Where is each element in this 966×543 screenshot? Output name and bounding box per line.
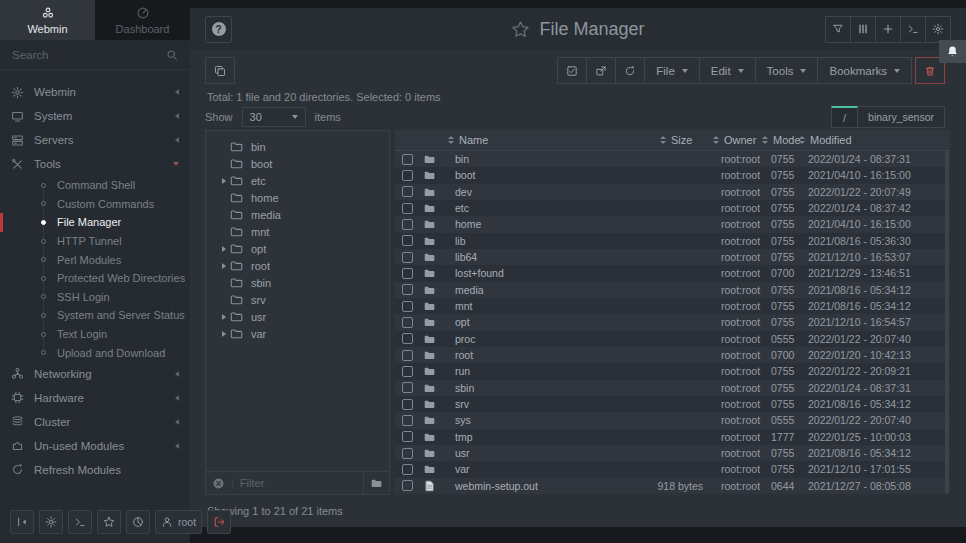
table-row-boot[interactable]: bootroot:root07552021/04/10 - 16:15:00	[395, 167, 950, 183]
chevron-right-icon[interactable]	[222, 178, 226, 184]
menu-file[interactable]: File	[644, 57, 700, 84]
tree-item-bin[interactable]: bin	[206, 138, 389, 155]
column-header-size[interactable]: Size	[660, 130, 692, 150]
settings-button[interactable]	[925, 16, 951, 43]
theme-toggle-button[interactable]	[39, 510, 63, 534]
table-row-etc[interactable]: etcroot:root07552022/01/24 - 08:37:42	[395, 200, 950, 216]
file-name[interactable]: srv	[455, 396, 469, 412]
sidebar-item-refresh-modules[interactable]: Refresh Modules	[0, 458, 190, 482]
table-row-media[interactable]: mediaroot:root07552021/08/16 - 05:34:12	[395, 282, 950, 298]
logout-button[interactable]	[207, 510, 231, 534]
breadcrumb-current[interactable]: binary_sensor	[858, 106, 945, 128]
table-row-lib[interactable]: libroot:root07552021/08/16 - 05:36:30	[395, 233, 950, 249]
tree-item-etc[interactable]: etc	[206, 172, 389, 189]
tree-filter-input[interactable]	[240, 477, 357, 489]
paste-buffer-button[interactable]	[205, 57, 235, 84]
refresh-button[interactable]	[615, 57, 645, 84]
favorites-button[interactable]	[97, 510, 121, 534]
sidebar-item-file-manager[interactable]: File Manager	[0, 213, 190, 232]
column-header-mode[interactable]: Mode	[762, 130, 801, 150]
row-checkbox[interactable]	[402, 317, 413, 328]
user-button[interactable]: root	[155, 510, 202, 534]
sidebar-item-un-used-modules[interactable]: Un-used Modules	[0, 434, 190, 458]
table-row-usr[interactable]: usrroot:root07552021/08/16 - 05:34:12	[395, 445, 950, 461]
sidebar-item-custom-commands[interactable]: Custom Commands	[0, 195, 190, 214]
tree-folder-button[interactable]	[363, 472, 383, 494]
stats-button[interactable]	[126, 510, 150, 534]
file-name[interactable]: var	[455, 461, 470, 477]
row-checkbox[interactable]	[402, 464, 413, 475]
file-name[interactable]: home	[455, 216, 481, 232]
sidebar-item-ssh-login[interactable]: SSH Login	[0, 288, 190, 307]
table-row-sbin[interactable]: sbinroot:root07552022/01/24 - 08:37:31	[395, 380, 950, 396]
table-row-tmp[interactable]: tmproot:root17772022/01/25 - 10:00:03	[395, 429, 950, 445]
terminal-button[interactable]	[68, 510, 92, 534]
clear-filter-icon[interactable]	[212, 477, 225, 490]
file-name[interactable]: etc	[455, 200, 469, 216]
sidebar-item-command-shell[interactable]: Command Shell	[0, 176, 190, 195]
table-scrollbar[interactable]	[945, 151, 949, 494]
search-input[interactable]	[12, 49, 166, 61]
column-header-name[interactable]: Name	[448, 130, 488, 150]
table-row-lib64[interactable]: lib64root:root07552021/12/10 - 16:53:07	[395, 249, 950, 265]
sidebar-item-system[interactable]: System	[0, 104, 190, 128]
row-checkbox[interactable]	[402, 186, 413, 197]
row-checkbox[interactable]	[402, 431, 413, 442]
select-all-button[interactable]	[557, 57, 587, 84]
row-checkbox[interactable]	[402, 284, 413, 295]
tab-dashboard[interactable]: Dashboard	[95, 0, 190, 40]
column-header-owner[interactable]: Owner	[713, 130, 756, 150]
help-button[interactable]: ?	[205, 16, 232, 43]
file-name[interactable]: media	[455, 282, 484, 298]
terminal-button[interactable]	[900, 16, 926, 43]
table-row-mnt[interactable]: mntroot:root07552021/08/16 - 05:34:12	[395, 298, 950, 314]
row-checkbox[interactable]	[402, 252, 413, 263]
chevron-right-icon[interactable]	[222, 246, 226, 252]
tab-webmin[interactable]: Webmin	[0, 0, 95, 40]
favorite-star-icon[interactable]	[511, 20, 530, 39]
row-checkbox[interactable]	[402, 170, 413, 181]
table-row-opt[interactable]: optroot:root07552021/12/10 - 16:54:57	[395, 314, 950, 330]
file-name[interactable]: tmp	[455, 429, 473, 445]
tree-item-media[interactable]: media	[206, 206, 389, 223]
tree-item-srv[interactable]: srv	[206, 291, 389, 308]
table-row-root[interactable]: rootroot:root07002022/01/20 - 10:42:13	[395, 347, 950, 363]
table-row-lost-found[interactable]: lost+foundroot:root07002021/12/29 - 13:4…	[395, 265, 950, 281]
file-name[interactable]: boot	[455, 167, 475, 183]
tree-item-opt[interactable]: opt	[206, 240, 389, 257]
file-name[interactable]: usr	[455, 445, 470, 461]
row-checkbox[interactable]	[402, 480, 413, 491]
row-checkbox[interactable]	[402, 203, 413, 214]
filter-button[interactable]	[825, 16, 851, 43]
tree-item-var[interactable]: var	[206, 325, 389, 342]
row-checkbox[interactable]	[402, 301, 413, 312]
sidebar-item-text-login[interactable]: Text Login	[0, 325, 190, 344]
add-button[interactable]	[875, 16, 901, 43]
file-name[interactable]: sbin	[455, 380, 474, 396]
tree-item-boot[interactable]: boot	[206, 155, 389, 172]
chevron-right-icon[interactable]	[222, 314, 226, 320]
row-checkbox[interactable]	[402, 448, 413, 459]
row-checkbox[interactable]	[402, 235, 413, 246]
tree-item-sbin[interactable]: sbin	[206, 274, 389, 291]
row-checkbox[interactable]	[402, 350, 413, 361]
tree-item-mnt[interactable]: mnt	[206, 223, 389, 240]
file-name[interactable]: mnt	[455, 298, 473, 314]
menu-tools[interactable]: Tools	[755, 57, 819, 84]
sidebar-item-networking[interactable]: Networking	[0, 362, 190, 386]
table-row-bin[interactable]: binroot:root07552022/01/24 - 08:37:31	[395, 151, 950, 167]
file-name[interactable]: dev	[455, 184, 472, 200]
menu-edit[interactable]: Edit	[699, 57, 756, 84]
file-name[interactable]: lost+found	[455, 265, 504, 281]
sidebar-item-tools[interactable]: Tools	[0, 152, 190, 176]
sidebar-item-hardware[interactable]: Hardware	[0, 386, 190, 410]
table-row-webmin-setup-out[interactable]: webmin-setup.out918 bytesroot:root064420…	[395, 478, 950, 494]
file-name[interactable]: proc	[455, 331, 475, 347]
file-name[interactable]: sys	[455, 412, 471, 428]
file-name[interactable]: opt	[455, 314, 470, 330]
row-checkbox[interactable]	[402, 268, 413, 279]
file-name[interactable]: root	[455, 347, 473, 363]
columns-button[interactable]	[850, 16, 876, 43]
sidebar-item-http-tunnel[interactable]: HTTP Tunnel	[0, 232, 190, 251]
row-checkbox[interactable]	[402, 399, 413, 410]
